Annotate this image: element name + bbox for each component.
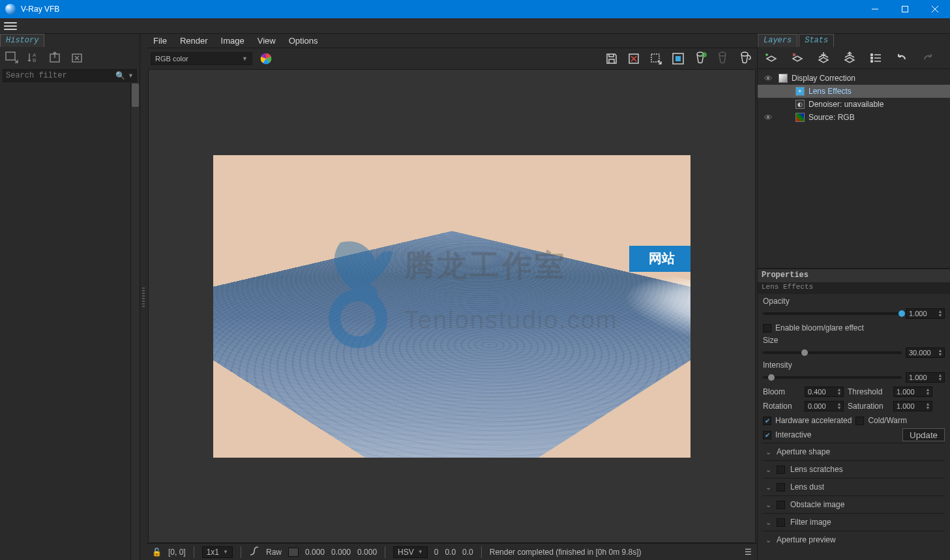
save-preset-icon[interactable] <box>815 50 832 66</box>
channel-selector[interactable]: RGB color ▼ <box>151 52 252 65</box>
color-wheel-icon[interactable] <box>258 50 275 67</box>
status-coords: [0, 0] <box>168 548 186 557</box>
menu-view[interactable]: View <box>255 35 278 47</box>
layer-row-lens-effects[interactable]: ✦ Lens Effects <box>758 85 950 98</box>
chevron-down-icon: ▼ <box>242 55 248 62</box>
status-s: 0.0 <box>445 548 456 557</box>
history-search[interactable]: 🔍 ▼ <box>3 69 137 82</box>
clear-icon[interactable] <box>625 50 642 67</box>
teapot-stop-icon[interactable] <box>714 50 731 67</box>
history-scrollbar[interactable] <box>130 83 140 560</box>
status-g: 0.000 <box>331 548 351 557</box>
redo-icon[interactable] <box>919 50 936 66</box>
threshold-value[interactable]: 1.000▴▾ <box>893 387 932 397</box>
bucket-render-icon[interactable] <box>692 50 709 67</box>
tab-layers[interactable]: Layers <box>758 34 797 47</box>
load-image-icon[interactable] <box>48 50 64 65</box>
filter-image-checkbox[interactable] <box>777 518 785 527</box>
layers-toolbar <box>758 47 950 69</box>
lock-icon[interactable]: 🔓 <box>152 548 162 557</box>
hw-accel-checkbox[interactable]: ✔ <box>763 417 771 425</box>
intensity-value[interactable]: 1.000▴▾ <box>906 372 945 383</box>
menu-render[interactable]: Render <box>177 35 211 47</box>
right-tabs: Layers Stats <box>758 34 950 47</box>
region-select-icon[interactable] <box>647 50 664 67</box>
load-preset-icon[interactable] <box>841 50 858 66</box>
status-message: Render completed (finished in [0h 0m 9.8… <box>490 548 642 557</box>
delete-image-icon[interactable] <box>70 50 86 65</box>
watermark-subtext: Tenlonstudio.com <box>404 306 618 334</box>
layer-row-display-correction[interactable]: 👁 Display Correction <box>758 72 950 85</box>
compare-ab-icon[interactable]: AB <box>26 50 42 65</box>
bloom-value[interactable]: 0.400▴▾ <box>805 387 844 397</box>
size-slider[interactable] <box>763 351 902 354</box>
opacity-value[interactable]: 1.000▴▾ <box>906 308 945 319</box>
section-obstacle-image[interactable]: ⌄ Obstacle image <box>763 495 945 513</box>
panel-splitter-left[interactable] <box>140 34 147 560</box>
rgb-icon <box>795 113 805 122</box>
status-b: 0.000 <box>357 548 377 557</box>
hw-accel-label: Hardware accelerated <box>775 416 852 425</box>
tab-stats[interactable]: Stats <box>799 34 834 47</box>
rotation-value[interactable]: 0.000▴▾ <box>805 401 844 411</box>
svg-rect-1 <box>902 7 908 12</box>
svg-rect-4 <box>6 52 15 60</box>
save-icon[interactable] <box>603 50 620 67</box>
tab-history[interactable]: History <box>0 34 44 47</box>
search-input[interactable] <box>6 71 115 80</box>
menu-file[interactable]: File <box>151 35 170 47</box>
eye-icon[interactable]: 👁 <box>762 74 775 83</box>
enable-bloom-checkbox[interactable] <box>763 324 771 332</box>
section-lens-scratches[interactable]: ⌄ Lens scratches <box>763 460 945 478</box>
saturation-label: Saturation <box>848 402 889 411</box>
section-aperture-shape[interactable]: ⌄ Aperture shape <box>763 443 945 460</box>
section-lens-dust[interactable]: ⌄ Lens dust <box>763 478 945 495</box>
status-r: 0.000 <box>305 548 325 557</box>
status-h: 0 <box>434 548 439 557</box>
zoom-selector[interactable]: 1x1▼ <box>202 546 233 558</box>
coldwarm-checkbox[interactable] <box>855 417 864 425</box>
opacity-slider[interactable] <box>763 312 902 315</box>
colorspace-selector[interactable]: HSV▼ <box>393 546 428 558</box>
maximize-button[interactable] <box>890 0 920 18</box>
minimize-button[interactable] <box>860 0 890 18</box>
section-filter-image[interactable]: ⌄ Filter image <box>763 513 945 531</box>
layer-row-source[interactable]: 👁 Source: RGB <box>758 111 950 124</box>
size-label: Size <box>763 336 945 345</box>
menu-image[interactable]: Image <box>218 35 247 47</box>
save-image-icon[interactable] <box>4 50 20 65</box>
coldwarm-label: Cold/Warm <box>868 416 907 425</box>
chevron-down-icon: ⌄ <box>765 483 771 492</box>
watermark-text: 腾龙工作室 <box>404 246 567 286</box>
interactive-label: Interactive <box>775 430 811 439</box>
intensity-slider[interactable] <box>763 376 902 379</box>
window-title: V-Ray VFB <box>21 5 860 14</box>
chevron-down-icon: ⌄ <box>765 448 771 456</box>
layer-row-denoiser[interactable]: ◐ Denoiser: unavailable <box>758 98 950 111</box>
log-icon[interactable]: ☰ <box>745 548 752 557</box>
delete-layer-icon[interactable] <box>789 50 806 66</box>
hamburger-icon[interactable] <box>4 20 17 33</box>
obstacle-image-checkbox[interactable] <box>777 501 785 509</box>
size-value[interactable]: 30.000▴▾ <box>906 347 945 358</box>
interactive-checkbox[interactable]: ✔ <box>763 431 771 439</box>
render-viewport[interactable]: 腾龙工作室 网站 Tenlonstudio.com <box>148 69 756 543</box>
update-button[interactable]: Update <box>902 428 945 441</box>
saturation-value[interactable]: 1.000▴▾ <box>893 401 932 411</box>
layer-options-icon[interactable] <box>867 50 884 66</box>
render-region-icon[interactable] <box>670 50 687 67</box>
eye-icon[interactable]: 👁 <box>762 113 775 123</box>
layer-label: Source: RGB <box>809 113 855 122</box>
lens-dust-checkbox[interactable] <box>777 483 785 492</box>
close-button[interactable] <box>920 0 950 18</box>
chevron-down-icon[interactable]: ▼ <box>128 72 134 79</box>
teapot-icon[interactable] <box>736 50 753 67</box>
undo-icon[interactable] <box>893 50 910 66</box>
add-layer-icon[interactable] <box>763 50 780 66</box>
svg-point-20 <box>871 53 873 55</box>
menu-options[interactable]: Options <box>286 35 321 47</box>
svg-point-19 <box>334 295 381 342</box>
lens-scratches-checkbox[interactable] <box>777 465 785 474</box>
section-aperture-preview[interactable]: ⌄ Aperture preview <box>763 531 945 548</box>
curve-icon[interactable] <box>249 546 260 558</box>
